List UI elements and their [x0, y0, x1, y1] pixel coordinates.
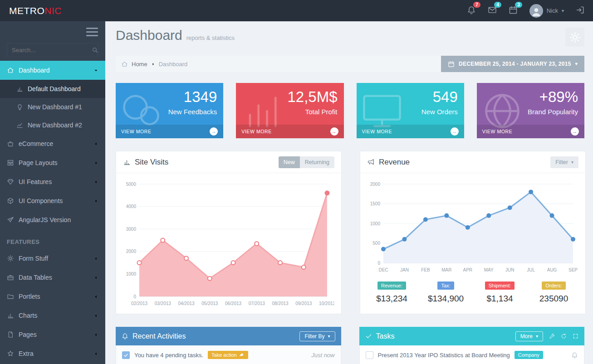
svg-text:JUN: JUN — [505, 267, 514, 272]
messages-button[interactable]: 4 — [488, 5, 497, 16]
arrow-circle-icon: → — [451, 127, 459, 136]
sidebar-item-pages[interactable]: Pages — [0, 325, 105, 344]
logo[interactable]: METRONIC — [0, 5, 105, 16]
bar-chart-icon — [123, 158, 131, 166]
sidebar: DashboardDefault DashboardNew Dashboard … — [0, 21, 105, 364]
sidebar-item-ui-features[interactable]: UI Features — [0, 172, 105, 191]
notifications-button[interactable]: 7 — [467, 5, 476, 16]
activity-checkbox[interactable] — [122, 351, 130, 359]
stat-value: $1,134 — [473, 294, 527, 304]
svg-text:AUG: AUG — [547, 267, 557, 272]
date-range-picker[interactable]: DECEMBER 25, 2014 - JANUARY 23, 2015 ▾ — [441, 56, 584, 72]
revenue-stat-revenue: Revenue:$13,234 — [365, 281, 419, 304]
search-input[interactable] — [12, 47, 92, 53]
svg-text:JAN: JAN — [400, 267, 409, 272]
messages-count-badge: 4 — [494, 2, 501, 8]
svg-text:3000: 3000 — [126, 227, 137, 232]
view-more-button[interactable]: VIEW MORE→ — [477, 125, 584, 138]
main-content: Dashboard reports & statistics Home Dash… — [105, 21, 593, 364]
portlet-title: Tasks — [376, 332, 395, 340]
visits-tab-group: New Returning — [279, 156, 334, 168]
svg-text:DEC: DEC — [378, 267, 388, 272]
svg-text:MAR: MAR — [441, 267, 451, 272]
wrench-icon[interactable] — [549, 333, 555, 339]
arrow-circle-icon: → — [571, 127, 579, 136]
activities-tools: Filter By ▾ — [299, 331, 335, 341]
sidebar-subitem-default-dashboard[interactable]: Default Dashboard — [0, 80, 105, 98]
breadcrumb-home[interactable]: Home — [132, 61, 147, 68]
chevron-left-icon — [93, 313, 98, 318]
bottom-portlets-row: Recent Activities Filter By ▾ You have 4… — [116, 327, 584, 364]
view-more-button[interactable]: VIEW MORE→ — [357, 125, 464, 138]
breadcrumb-bar: Home Dashboard DECEMBER 25, 2014 - JANUA… — [116, 56, 584, 72]
svg-text:MAY: MAY — [484, 267, 494, 272]
task-text: Present 2013 Year IPO Statistics at Boar… — [378, 352, 510, 359]
sidebar-item-angularjs-version[interactable]: AngularJS Version — [0, 210, 105, 229]
svg-text:1500: 1500 — [370, 201, 381, 206]
sidebar-subitem-label: Default Dashboard — [28, 85, 81, 92]
view-more-button[interactable]: VIEW MORE→ — [236, 125, 343, 138]
sidebar-heading-features: FEATURES — [0, 229, 105, 249]
sidebar-subitem-label: New Dashboard #2 — [28, 121, 82, 129]
take-action-badge[interactable]: Take action — [208, 351, 248, 359]
calendar-tasks-button[interactable]: 3 — [509, 5, 518, 16]
tab-new[interactable]: New — [279, 156, 300, 168]
sidebar-subitem-new-dashboard-2[interactable]: New Dashboard #2 — [0, 116, 105, 134]
filter-by-button[interactable]: Filter By ▾ — [299, 331, 335, 341]
tasks-tools: More ▾ — [515, 331, 578, 341]
logout-button[interactable] — [576, 5, 585, 16]
user-menu[interactable]: Nick ▾ — [529, 4, 564, 18]
svg-text:1000: 1000 — [370, 221, 381, 226]
sidebar-item-label: Pages — [19, 331, 37, 338]
sidebar-subitem-label: New Dashboard #1 — [28, 103, 82, 111]
avatar — [529, 4, 543, 18]
task-company-badge[interactable]: Company — [515, 351, 543, 359]
sidebar-item-data-tables[interactable]: Data Tables — [0, 268, 105, 287]
sidebar-item-form-stuff[interactable]: Form Stuff — [0, 249, 105, 268]
caret-down-icon: ▾ — [562, 9, 564, 13]
date-range-label: DECEMBER 25, 2014 - JANUARY 23, 2015 — [459, 61, 571, 67]
more-button[interactable]: More ▾ — [515, 331, 543, 341]
sidebar-item-label: eCommerce — [19, 140, 53, 147]
sidebar-item-extra[interactable]: Extra — [0, 344, 105, 363]
gear-icon — [569, 31, 581, 44]
view-more-button[interactable]: VIEW MORE→ — [116, 125, 223, 138]
page-settings-button[interactable] — [565, 28, 584, 47]
breadcrumb: Home Dashboard — [121, 61, 187, 68]
sidebar-item-ui-components[interactable]: UI Components — [0, 191, 105, 210]
sidebar-toggler-icon[interactable] — [86, 28, 98, 36]
revenue-line-chart: 0500100015002000DECJANFEBMARAPRMAYJUNJUL… — [367, 179, 578, 276]
sidebar-item-label: Data Tables — [19, 274, 52, 281]
svg-text:04/2013: 04/2013 — [178, 301, 195, 306]
sidebar-item-label: UI Features — [19, 178, 52, 185]
bar-chart-icon — [16, 86, 23, 92]
view-more-label: VIEW MORE — [121, 129, 152, 134]
logo-accent: NIC — [44, 5, 62, 16]
check-icon — [365, 333, 372, 340]
sidebar-item-page-layouts[interactable]: Page Layouts — [0, 153, 105, 172]
refresh-icon[interactable] — [561, 333, 567, 339]
chevron-left-icon — [93, 160, 98, 165]
chevron-down-icon — [93, 68, 98, 73]
sidebar-item-ecommerce[interactable]: eCommerce — [0, 134, 105, 153]
svg-text:0: 0 — [377, 261, 380, 266]
activity-text: You have 4 pending tasks. — [134, 352, 203, 359]
sidebar-item-dashboard[interactable]: Dashboard — [0, 61, 105, 80]
stat-value: 1349 — [116, 83, 223, 106]
revenue-filter-button[interactable]: Filter ▾ — [550, 156, 578, 168]
stat-value: $134,900 — [419, 294, 473, 304]
sidebar-item-charts[interactable]: Charts — [0, 306, 105, 325]
svg-text:1000: 1000 — [126, 272, 137, 277]
sidebar-item-portlets[interactable]: Portlets — [0, 287, 105, 306]
site-visits-portlet: Site Visits New Returning 01000200030004… — [116, 151, 342, 314]
expand-icon[interactable] — [573, 333, 578, 339]
site-visits-title: Site Visits — [135, 158, 168, 167]
tab-returning[interactable]: Returning — [300, 156, 334, 168]
line-graph-icon — [16, 122, 23, 129]
bell-icon[interactable] — [571, 352, 578, 359]
task-checkbox[interactable] — [366, 351, 373, 359]
search-icon[interactable] — [92, 47, 98, 53]
sidebar-subitem-new-dashboard-1[interactable]: New Dashboard #1 — [0, 98, 105, 116]
sidebar-item-label: Portlets — [19, 293, 40, 300]
chevron-left-icon — [93, 351, 98, 356]
